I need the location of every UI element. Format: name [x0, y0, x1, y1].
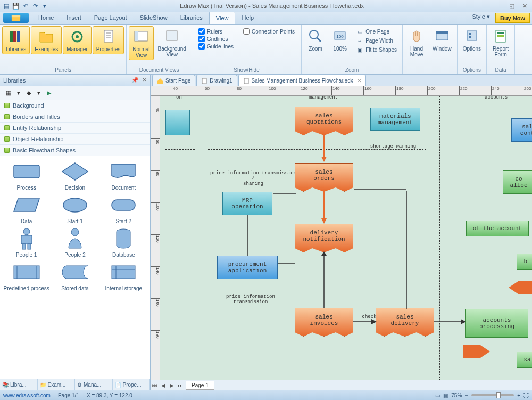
- box-sa[interactable]: sa: [517, 352, 532, 368]
- shape-start2[interactable]: Start 2: [101, 193, 147, 224]
- qa-undo-icon[interactable]: ↶: [21, 2, 30, 10]
- panel-tab-libraries[interactable]: 📚Libra...: [0, 379, 38, 390]
- lib-shapes-icon[interactable]: ◆: [23, 88, 34, 98]
- box-generic[interactable]: [165, 110, 190, 135]
- lib-cat-borders[interactable]: Borders and Titles: [0, 111, 150, 123]
- vendor-link[interactable]: www.edrawsoft.com: [3, 393, 51, 398]
- minimize-icon[interactable]: ─: [494, 2, 504, 10]
- view-normal-icon[interactable]: ▭: [435, 393, 440, 398]
- page-last-icon[interactable]: ⏭: [176, 381, 185, 390]
- shape-process[interactable]: Process: [3, 159, 49, 191]
- box-bi[interactable]: bi: [517, 254, 532, 270]
- buy-now-button[interactable]: Buy Now: [495, 13, 530, 23]
- pin-icon[interactable]: 📌: [131, 77, 139, 84]
- shape-stored[interactable]: Stored data: [52, 260, 98, 291]
- qa-new-icon[interactable]: ▤: [2, 2, 11, 10]
- box-sales-delivery[interactable]: sales delivery: [376, 308, 434, 337]
- report-form-button[interactable]: Report Form: [489, 26, 512, 59]
- page-first-icon[interactable]: ⏮: [151, 381, 159, 390]
- lib-grid-icon[interactable]: ▦: [3, 88, 14, 98]
- menu-tab-insert[interactable]: Insert: [60, 12, 88, 24]
- hand-move-button[interactable]: Hand Move: [405, 26, 428, 59]
- shape-people1[interactable]: People 1: [3, 226, 49, 258]
- page-width-button[interactable]: ↔Page Width: [355, 36, 398, 45]
- report-icon: [492, 28, 509, 45]
- menu-tab-libraries[interactable]: Libraries: [174, 12, 209, 24]
- menu-tab-pagelayout[interactable]: Page Layout: [88, 12, 134, 24]
- page-prev-icon[interactable]: ◀: [159, 381, 168, 390]
- examples-button[interactable]: Examples: [31, 26, 62, 54]
- box-co-alloc[interactable]: co alloc: [503, 170, 532, 194]
- shape-predefined[interactable]: Predefined process: [3, 260, 49, 291]
- doc-tab-drawing1[interactable]: Drawing1: [196, 75, 237, 86]
- page-tab[interactable]: Page-1: [186, 381, 214, 390]
- maximize-icon[interactable]: ◱: [506, 2, 517, 10]
- rulers-checkbox[interactable]: Rulers: [198, 28, 234, 35]
- properties-button[interactable]: Properties: [93, 26, 124, 54]
- normal-view-button[interactable]: Normal View: [129, 26, 153, 60]
- box-mrp[interactable]: MRP operation: [222, 192, 272, 215]
- zoom-button[interactable]: Zoom: [304, 26, 327, 53]
- qa-redo-icon[interactable]: ↷: [31, 2, 39, 10]
- tab-close-icon[interactable]: ✕: [357, 78, 361, 84]
- libraries-button[interactable]: Libraries: [2, 26, 30, 54]
- drawing-canvas[interactable]: on management accounts sales quotations …: [160, 96, 532, 380]
- lib-cat-object[interactable]: Object Relationship: [0, 134, 150, 145]
- menu-tab-view[interactable]: View: [209, 12, 236, 24]
- lib-cat-background[interactable]: Background: [0, 100, 150, 111]
- panel-tab-examples[interactable]: 📁Exam...: [38, 379, 76, 390]
- box-procurement[interactable]: procurement application: [217, 256, 278, 279]
- manager-button[interactable]: Manager: [63, 26, 91, 54]
- qa-dropdown-icon[interactable]: ▾: [40, 2, 49, 10]
- box-delivery-notif[interactable]: delivery notification: [295, 224, 353, 252]
- menu-tab-home[interactable]: Home: [32, 12, 60, 24]
- connection-points-checkbox[interactable]: Connection Points: [243, 28, 295, 35]
- page-next-icon[interactable]: ▶: [168, 381, 176, 390]
- fit-shapes-button[interactable]: ▣Fit to Shapes: [355, 45, 398, 54]
- svg-rect-43: [202, 78, 206, 84]
- doc-tab-startpage[interactable]: Start Page: [152, 75, 195, 86]
- style-dropdown[interactable]: Style ▾: [469, 12, 493, 24]
- gridlines-checkbox[interactable]: Gridlines: [198, 36, 234, 42]
- shape-database[interactable]: Database: [101, 226, 147, 258]
- box-sales-invoices[interactable]: sales invoices: [295, 308, 353, 337]
- fit-page-icon[interactable]: ⛶: [523, 393, 529, 398]
- guidelines-checkbox[interactable]: Guide lines: [198, 43, 234, 50]
- shape-data[interactable]: Data: [3, 193, 49, 224]
- svg-marker-53: [371, 319, 377, 324]
- panel-tab-properties[interactable]: 📄Prope...: [113, 379, 151, 390]
- lib-cat-flowchart[interactable]: Basic Flowchart Shapes: [0, 145, 150, 156]
- window-button[interactable]: Window: [429, 26, 455, 53]
- zoom-100-button[interactable]: 100 100%: [328, 26, 352, 53]
- doc-icon: [243, 78, 250, 84]
- menu-tab-help[interactable]: Help: [235, 12, 260, 24]
- close-icon[interactable]: ✕: [519, 2, 530, 10]
- shape-people2[interactable]: People 2: [52, 226, 98, 258]
- panel-tab-manager[interactable]: ⚙Mana...: [75, 379, 113, 390]
- shape-internal[interactable]: Internal storage: [101, 260, 147, 291]
- doc-tab-salesmgmt[interactable]: Sales Management Business Flowchar.edx✕: [238, 75, 366, 86]
- options-button[interactable]: Options: [460, 26, 484, 53]
- lib-cat-entity[interactable]: Entity Relationship: [0, 123, 150, 134]
- box-accounts-proc[interactable]: accounts processing: [466, 309, 528, 338]
- one-page-button[interactable]: ▭One Page: [355, 27, 398, 36]
- shape-document[interactable]: Document: [101, 159, 147, 191]
- box-sales-cont[interactable]: sal cont: [511, 118, 532, 142]
- qa-save-icon[interactable]: 💾: [12, 2, 20, 10]
- panel-close-icon[interactable]: ✕: [142, 77, 147, 84]
- background-view-button[interactable]: Background View: [155, 26, 189, 59]
- zoom-in-icon[interactable]: +: [517, 393, 520, 398]
- menu-tab-slideshow[interactable]: SlideShow: [134, 12, 174, 24]
- app-menu-button[interactable]: [3, 13, 29, 23]
- shape-decision[interactable]: Decision: [52, 159, 98, 191]
- box-of-account[interactable]: of the account: [466, 221, 529, 236]
- box-sales-quotations[interactable]: sales quotations: [295, 107, 353, 135]
- box-sales-orders[interactable]: sales orders: [295, 163, 353, 192]
- shape-start1[interactable]: Start 1: [52, 193, 98, 224]
- lib-browse-icon[interactable]: ▶: [44, 88, 54, 98]
- svg-rect-19: [436, 31, 448, 34]
- box-materials-mgmt[interactable]: materials management: [370, 108, 420, 131]
- zoom-slider[interactable]: [471, 394, 514, 396]
- view-slide-icon[interactable]: ▦: [443, 393, 448, 398]
- zoom-out-icon[interactable]: −: [465, 393, 468, 398]
